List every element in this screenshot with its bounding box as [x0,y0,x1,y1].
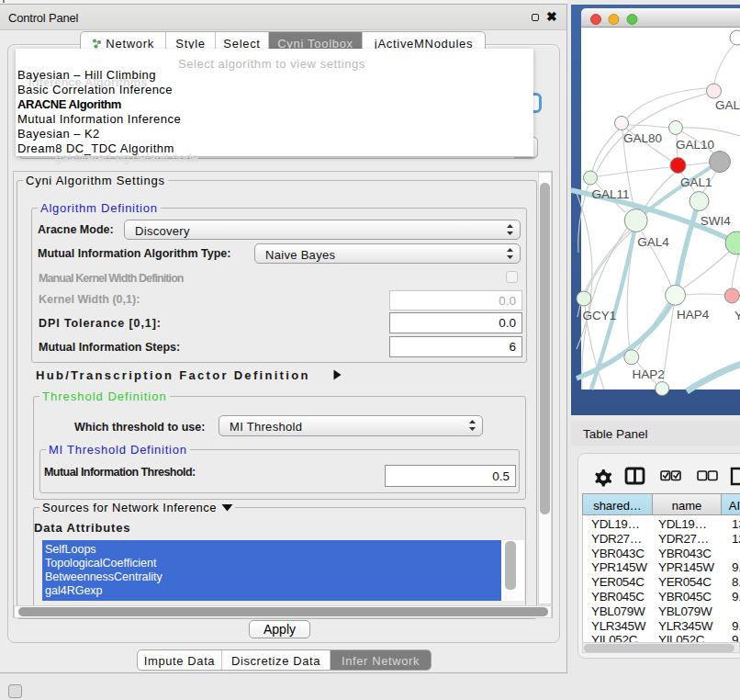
svg-text:GAL80: GAL80 [623,131,662,145]
svg-text:GAL7: GAL7 [715,98,740,112]
svg-text:YJ: YJ [734,309,740,322]
svg-text:GAL11: GAL11 [592,187,630,201]
svg-text:HAP4: HAP4 [677,308,710,322]
svg-text:GAL10: GAL10 [676,138,714,152]
svg-text:GCY1: GCY1 [583,309,617,322]
svg-text:HAP2: HAP2 [632,367,664,381]
svg-text:SWI4: SWI4 [701,214,731,228]
svg-text:GAL1: GAL1 [680,175,712,189]
svg-text:GAL4: GAL4 [637,235,669,249]
